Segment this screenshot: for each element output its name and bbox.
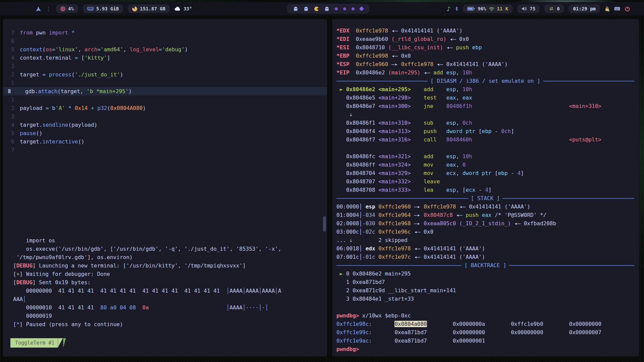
terminal-line: 3 0x80484e1 _start+33 — [336, 295, 634, 303]
clock-widget[interactable]: 01:29 pm — [569, 4, 600, 13]
terminal-line: 06:0018│ edx 0xffc1e978 ◂— 0x41414141 ('… — [336, 244, 634, 253]
bluetooth-icon[interactable] — [455, 6, 458, 11]
code-editor[interactable]: 7from pwn import *6 5context(os='linux',… — [3, 19, 327, 154]
network-speed: 11 K — [497, 6, 508, 11]
weather-widget[interactable]: 33° — [174, 6, 192, 11]
volume-widget[interactable]: 75 — [517, 4, 540, 13]
terminal-line: AAA│ — [13, 295, 327, 303]
terminal-line: ↓ — [336, 110, 634, 119]
code-line[interactable]: 4target.sendline(payload) — [3, 121, 327, 129]
ram-widget[interactable]: 5.93 GiB — [83, 4, 123, 13]
section-separator: [ DISASM / i386 / set emulate on ] — [336, 77, 634, 85]
repeat-widget[interactable]: 0 — [544, 4, 564, 13]
cpu-widget[interactable]: 4% — [56, 4, 78, 13]
code-line[interactable]: 1 — [3, 96, 327, 104]
terminal-line: pwndbg> — [336, 345, 634, 353]
debugger-window[interactable]: *EDX 0xffc1e978 ◂— 0x41414141 ('AAAA')*E… — [332, 19, 639, 357]
code-line[interactable]: 6target.interactive() — [3, 137, 327, 146]
cloud-icon — [174, 7, 181, 11]
workspace-ghost-icon[interactable] — [304, 6, 309, 11]
status-bar-left: ⋮ 4% 5.93 GiB 151.87 GB 33° — [36, 4, 192, 13]
code-line[interactable]: 4context.terminal = ['kitty'] — [3, 54, 327, 62]
cpu-icon — [60, 6, 65, 11]
code-line[interactable]: 2payload = b'A' * 0x14 + p32(0x0804A080) — [3, 104, 327, 112]
volume-level: 75 — [530, 6, 535, 11]
pwndbg-terminal[interactable]: *EDX 0xffc1e978 ◂— 0x41414141 ('AAAA')*E… — [332, 19, 639, 353]
workspace-ghost-icon[interactable] — [324, 6, 329, 11]
code-line[interactable]: 5context(os='linux', arch='amd64', log_l… — [3, 45, 327, 54]
terminal-line: 0xffc1e99c: 0xea871bd7 0x00000000 0x0000… — [336, 328, 634, 337]
terminal-line: *EDX 0xffc1e978 ◂— 0x41414141 ('AAAA') — [336, 26, 634, 35]
disk-widget[interactable]: 151.87 GB — [128, 4, 170, 13]
toggleterm-tab-accent — [63, 338, 66, 348]
terminal-line: 0xffc1e9ac: 0xea871bd7 0x00000001 — [336, 337, 634, 345]
terminal-line: 0x80486e5 <main+298> test eax, eax — [336, 94, 634, 102]
workspace-switcher[interactable] — [287, 4, 369, 14]
code-line[interactable]: 7 — [3, 146, 327, 154]
terminal-line: 0x80486f4 <main+313> push dword ptr [ebp… — [336, 127, 634, 135]
workspace-dot-icon[interactable] — [335, 7, 338, 10]
workspace-diamond-icon[interactable] — [360, 7, 363, 10]
terminal-line: 03:000c│-02c 0xffc1e96c ◂— 0x0 — [336, 228, 634, 236]
line-number: 7 — [3, 146, 20, 154]
keyboard-icon[interactable] — [614, 7, 620, 11]
code-line[interactable]: 2target = process('./just_do_it') — [3, 70, 327, 79]
workspace-ghost-icon[interactable] — [293, 6, 298, 11]
terminal-line: 0x80486fc <main+321> add esp, 10h — [336, 152, 634, 161]
music-note-icon[interactable]: ♪ — [447, 5, 451, 12]
terminal-line: ► 0 0x80486e2 main+295 — [336, 269, 634, 278]
code-line[interactable]: 6 — [3, 37, 327, 45]
line-number: 2 — [3, 104, 20, 112]
code-line[interactable]: 3 — [3, 62, 327, 70]
terminal-line: 00000019 — [13, 312, 327, 320]
terminal-line: 1 0xea871bd7 — [336, 278, 634, 286]
toggleterm-tab-slant — [58, 338, 63, 348]
disk-usage: 151.87 GB — [140, 6, 165, 11]
editor-window[interactable]: 7from pwn import *6 5context(os='linux',… — [3, 19, 327, 357]
terminal-line: pwndbg> x/10wx $ebp-0xc — [336, 311, 634, 320]
line-number: 5 — [3, 129, 20, 137]
code-line[interactable]: 8gdb.attach(target, 'b *main+295') — [3, 87, 327, 96]
terminal-line: 0xffc1e98c: 0x0804a080 0x0000000a 0xffc1… — [336, 320, 634, 328]
scrollbar-thumb[interactable] — [323, 216, 326, 232]
code-line[interactable]: 5pause() — [3, 129, 327, 137]
code-line[interactable]: 1 — [3, 79, 327, 87]
repeat-count: 0 — [557, 6, 559, 11]
section-separator: [ BACKTRACE ] — [336, 261, 634, 269]
battery-level: 96% — [478, 6, 486, 11]
terminal-line: *EBP 0xffc1e998 ◂— 0x0 — [336, 52, 634, 60]
terminal-line: [DEBUG] Sent 0x19 bytes: — [13, 278, 327, 287]
workspace-dot-icon[interactable] — [352, 7, 355, 10]
line-number: 1 — [3, 79, 20, 87]
line-number: 6 — [3, 137, 20, 146]
terminal-line: *EIP 0x80486e2 (main+295) ◂— add esp, 10… — [336, 68, 634, 77]
temperature: 33° — [183, 6, 192, 11]
line-number: 6 — [3, 37, 20, 45]
cpu-usage: 4% — [68, 6, 74, 11]
workspace-pacman-icon[interactable] — [314, 6, 319, 11]
terminal-line: 07:001c│-01c 0xffc1e97c ◂— 0x41414141 ('… — [336, 253, 634, 261]
terminal-line: *ESI 0x8048710 (__libc_csu_init) ◂— push… — [336, 43, 634, 52]
section-separator: [ STACK ] — [336, 194, 634, 202]
repeat-arrows-icon — [549, 6, 554, 11]
terminal-line: ... ↓ 2 skipped — [336, 236, 634, 244]
terminal-line: '/tmp/pwnu9af0lrv.gdb'], os.environ) — [13, 253, 327, 261]
arch-logo-icon[interactable] — [36, 6, 41, 11]
terminal-line: [*] Paused (press any to continue) — [13, 320, 327, 328]
menu-dots-icon[interactable]: ⋮ — [46, 6, 51, 12]
power-icon[interactable] — [625, 6, 630, 11]
status-bar: ⋮ 4% 5.93 GiB 151.87 GB 33° ♪ — [0, 2, 644, 15]
terminal-line: 2 0xea871c9d __libc_start_main+141 — [336, 286, 634, 295]
code-line[interactable]: 7from pwn import * — [3, 28, 327, 37]
terminal-line: 0x80486e7 <main+300> jne 80486f1h <main+… — [336, 102, 634, 110]
toggleterm-tab[interactable]: ToggleTerm #1 — [10, 338, 66, 348]
code-line[interactable]: 3 — [3, 112, 327, 121]
workspace-dot-icon[interactable] — [343, 7, 346, 10]
terminal-line: [DEBUG] Launching a new terminal: ['/usr… — [13, 261, 327, 270]
terminal-line: os.execve('/usr/bin/gdb', ['/usr/bin/gdb… — [13, 245, 327, 253]
embedded-terminal[interactable]: import os os.execve('/usr/bin/gdb', ['/u… — [3, 236, 327, 328]
terminal-line: import os — [13, 236, 327, 245]
terminal-line: 01:0004│-034 0xffc1e964 —▸ 0x80487c8 ◂— … — [336, 211, 634, 219]
lock-icon[interactable] — [605, 6, 609, 11]
battery-network-widget[interactable]: 96% 11 K — [463, 4, 513, 13]
